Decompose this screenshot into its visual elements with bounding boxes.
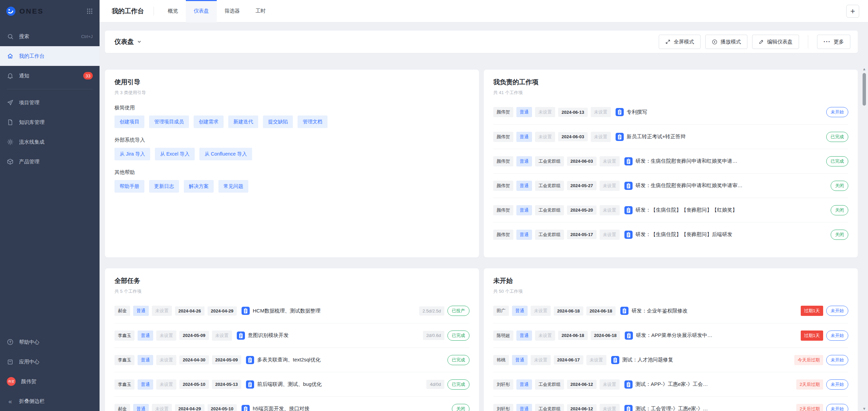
work-item-title[interactable]: 研发：【生病住院】【丧葬慰问】后端研发 [636,231,828,238]
work-item-title[interactable]: 专利撰写 [627,109,823,115]
guide-chip[interactable]: 创建项目 [114,115,144,128]
work-item-row[interactable]: 李鑫玉 普通 未设置 2024-05-09 未设置 意图识别模块开发 2d/0.… [114,323,470,347]
scroll-down-arrow-icon[interactable]: ▼ [863,406,866,411]
user-name: 颜伟贺 [21,378,36,385]
work-item-row[interactable]: 颜伟贺 普通 未设置 2024-06-13 未设置 专利撰写 未开始 [493,100,848,124]
sidebar-item-products[interactable]: 产品管理 [0,152,100,172]
guide-chip[interactable]: 从 Jira 导入 [114,148,150,160]
sidebar: ONES 搜索 Ctrl+J 我的工作台 通知 33 [0,0,100,411]
sprint-tag: 工会党群组 [535,230,564,240]
work-item-row[interactable]: 颜伟贺 普通 未设置 2024-06-03 未设置 新员工转正考试+转正答辩 [493,124,848,149]
collapse-icon: « [7,398,14,405]
work-item-title[interactable]: 多表关联查询、text2sql优化 [257,357,444,363]
more-button[interactable]: ··· 更多 [817,35,850,49]
bell-icon [7,72,14,79]
guide-chip[interactable]: 提交缺陷 [263,115,293,128]
work-item-row[interactable]: 李鑫玉 普通 未设置 2024-05-10 2024-05-13 前后端联调、测… [114,372,470,396]
dashboard-title-dropdown[interactable]: 仪表盘 [114,37,142,46]
scroll-up-arrow-icon[interactable]: ▲ [863,67,866,71]
sidebar-item-projects[interactable]: 项目管理 [0,93,100,112]
work-item-row[interactable]: 颜伟贺 普通 工会党群组 2024-05-27 未设置 研发：生病住院慰丧葬问申… [493,173,848,198]
work-item-title[interactable]: 前后端联调、测试、bug优化 [257,381,423,388]
page-scrollbar[interactable]: ▲ ▼ [862,67,867,411]
work-item-row[interactable]: 刘轩彤 普通 工会党群组 2024-06-12 未设置 测试：工会管理-》工惠e… [493,396,848,411]
guide-chip[interactable]: 帮助手册 [114,180,144,193]
play-mode-button[interactable]: 播放模式 [705,35,747,49]
sidebar-item-label: 折叠侧边栏 [19,398,45,405]
work-item-type-icon [237,332,245,340]
work-item-title[interactable]: 研发：【生病住院】【丧葬慰问】【红娘奖】 [636,207,828,213]
sidebar-item-user[interactable]: 伟贺 颜伟贺 [0,372,100,391]
tab-filters[interactable]: 筛选器 [217,0,248,22]
work-item-title[interactable]: 意图识别模块开发 [248,332,420,339]
apps-grid-icon[interactable] [87,8,93,14]
work-item-row[interactable]: 刘轩彤 普通 工会党群组 2024-06-12 未设置 测试：APP-》工惠e家… [493,372,848,396]
work-item-title[interactable]: 测试：人才池问题修复 [622,357,792,363]
due-badge: 今天后过期 [794,355,823,365]
guide-chip[interactable]: 创建需求 [194,115,224,128]
help-circle-icon: ? [7,339,14,345]
work-item-row[interactable]: 颜伟贺 普通 工会党群组 2024-05-17 未设置 研发：【生病住院】【丧葬… [493,222,848,247]
fullscreen-mode-button[interactable]: 全屏模式 [659,35,701,49]
sidebar-item-wiki[interactable]: 知识库管理 [0,112,100,132]
guide-chip[interactable]: 从 Excel 导入 [155,148,195,160]
edit-dashboard-button[interactable]: 编辑仪表盘 [752,35,799,49]
date-tag: 2024-04-26 [175,306,205,316]
work-item-title[interactable]: 研发：APP菜单分块展示研发中… [636,332,798,339]
card-not-started: 未开始 共 50 个工作项 田广 普通 未设置 2024-06-18 2024-… [484,268,858,411]
work-item-type-icon [246,380,254,389]
work-item-row[interactable]: 郝金 普通 未设置 2024-04-26 2024-04-29 HCM数据梳理、… [114,299,470,323]
work-item-title[interactable]: h5端页面开发、接口对接 [253,406,449,411]
work-item-title[interactable]: 测试：工会管理-》工惠e家-》… [636,406,793,411]
assignee-tag: 颜伟贺 [493,107,513,117]
work-item-title[interactable]: 研发：企业年鉴权限修改 [632,308,798,314]
tab-worklog[interactable]: 工时 [248,0,273,22]
sidebar-search[interactable]: 搜索 Ctrl+J [0,26,100,46]
status-badge: 未开始 [826,107,848,117]
guide-chip[interactable]: 从 Confluence 导入 [199,148,252,160]
work-item-title[interactable]: 测试：APP-》工惠e家-》工会… [636,381,793,388]
guide-chip[interactable]: 更新日志 [149,180,179,193]
assignee-tag: 李鑫玉 [114,355,135,365]
work-item-row[interactable]: 陈明超 普通 未设置 2024-06-18 2024-06-18 研发：APP菜… [493,323,848,347]
sidebar-item-app-center[interactable]: 应用中心 [0,352,100,372]
guide-chip[interactable]: 解决方案 [184,180,214,193]
work-item-row[interactable]: 颜伟贺 普通 工会党群组 2024-05-20 未设置 研发：【生病住院】【丧葬… [493,198,848,222]
status-badge: 未开始 [826,379,848,390]
work-item-row[interactable]: 李鑫玉 普通 未设置 2024-04-30 2024-05-09 多表关联查询、… [114,347,470,372]
status-badge: 未开始 [826,306,848,316]
sidebar-item-pipeline[interactable]: 流水线集成 [0,132,100,152]
document-icon [7,119,14,126]
sprint-tag: 工会党群组 [535,156,564,166]
priority-tag: 普通 [516,132,532,142]
due-badge: 2天后过期 [796,404,823,411]
card-title: 未开始 [493,276,848,285]
priority-tag: 普通 [133,306,149,316]
assignee-tag: 李鑫玉 [114,379,135,390]
guide-chip[interactable]: 新建迭代 [228,115,258,128]
work-item-row[interactable]: 郝金 普通 未设置 2024-04-29 2024-05-10 h5端页面开发、… [114,396,470,411]
assignee-tag: 郝金 [114,306,130,316]
date-tag: 2024-05-17 [567,230,597,239]
work-item-title[interactable]: 新员工转正考试+转正答辩 [627,133,823,140]
work-item-title[interactable]: HCM数据梳理、测试数据整理 [253,308,416,314]
guide-chip[interactable]: 常见问题 [218,180,248,193]
tab-dashboard[interactable]: 仪表盘 [186,0,217,22]
guide-chip[interactable]: 管理文档 [298,115,327,128]
date-tag: 2024-05-10 [179,380,209,389]
tab-overview[interactable]: 概览 [160,0,186,22]
sidebar-item-workbench[interactable]: 我的工作台 [0,46,100,66]
work-item-row[interactable]: 韩桃 普通 未设置 2024-06-17 未设置 测试：人才池问题修复 今天后过… [493,347,848,372]
secondary-date-tag: 未设置 [600,379,620,390]
sidebar-item-notifications[interactable]: 通知 33 [0,66,100,86]
guide-chip[interactable]: 管理项目成员 [149,115,189,128]
work-item-row[interactable]: 颜伟贺 普通 工会党群组 2024-06-03 未设置 研发：生病住院慰丧葬问申… [493,149,848,173]
sidebar-item-collapse[interactable]: « 折叠侧边栏 [0,391,100,411]
scrollbar-thumb[interactable] [863,73,866,106]
add-tab-button[interactable]: + [846,5,859,18]
sidebar-item-help-center[interactable]: ? 帮助中心 [0,332,100,352]
sprint-tag: 未设置 [535,107,555,117]
work-item-title[interactable]: 研发：生病住院慰丧葬问申请和红娘奖申请审… [636,182,828,189]
work-item-title[interactable]: 研发：生病住院慰丧葬问申请和红娘奖申请… [636,158,823,164]
work-item-row[interactable]: 田广 普通 未设置 2024-06-18 2024-06-18 研发：企业年鉴权… [493,299,848,323]
